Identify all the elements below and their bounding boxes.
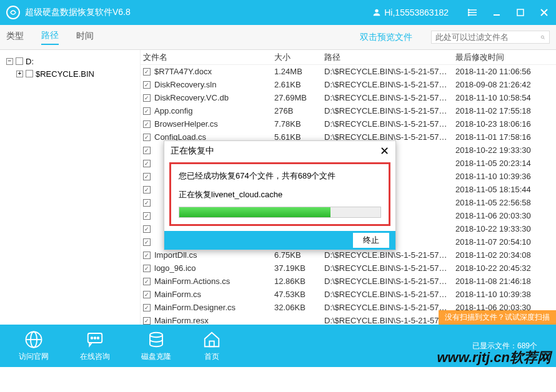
tab-time[interactable]: 时间: [76, 31, 94, 44]
svg-point-4: [468, 9, 469, 11]
footer-clone[interactable]: 磁盘克隆: [141, 330, 171, 362]
dialog-close-icon[interactable]: ✕: [380, 144, 389, 158]
minimize-icon[interactable]: [491, 7, 502, 18]
file-path: D:\$RECYCLE.BIN\S-1-5-21-5767...: [322, 303, 453, 312]
row-checkbox[interactable]: ✓: [143, 186, 151, 194]
tree-checkbox[interactable]: [26, 70, 33, 77]
file-time: 2018-11-02 17:55:18: [453, 106, 550, 115]
row-checkbox[interactable]: ✓: [143, 317, 151, 325]
table-row[interactable]: ✓MainForm.Actions.cs12.86KBD:\$RECYCLE.B…: [141, 275, 556, 288]
search-input[interactable]: [435, 32, 540, 42]
user-info[interactable]: Hi,15553863182: [372, 7, 449, 17]
row-checkbox[interactable]: ✓: [143, 199, 151, 207]
table-row[interactable]: ✓MainForm.cs47.53KBD:\$RECYCLE.BIN\S-1-5…: [141, 288, 556, 301]
file-time: 2018-11-08 21:46:18: [453, 277, 550, 286]
file-path: D:\$RECYCLE.BIN\S-1-5-21-5767...: [322, 316, 453, 325]
titlebar: 超级硬盘数据恢复软件V6.8 Hi,15553863182: [0, 0, 556, 25]
menu-icon[interactable]: [467, 7, 479, 18]
chat-icon: [86, 330, 104, 349]
row-checkbox[interactable]: ✓: [143, 291, 151, 298]
table-row[interactable]: ✓BrowserHelper.cs7.78KBD:\$RECYCLE.BIN\S…: [141, 117, 556, 130]
file-name: DiskRecovery.sln: [154, 80, 216, 89]
table-row[interactable]: ✓ImportDll.cs6.75KBD:\$RECYCLE.BIN\S-1-5…: [141, 248, 556, 262]
file-time: 2018-10-22 19:33:30: [453, 145, 550, 155]
file-path: D:\$RECYCLE.BIN\S-1-5-21-5767...: [322, 263, 453, 273]
recovery-dialog: 正在恢复中 ✕ 您已经成功恢复674个文件，共有689个文件 正在恢复liven…: [164, 140, 396, 250]
footer-home[interactable]: 首页: [202, 330, 221, 362]
tree-child-label: $RECYCLE.BIN: [36, 69, 94, 79]
tab-type[interactable]: 类型: [6, 31, 24, 44]
maximize-icon[interactable]: [515, 7, 526, 18]
close-icon[interactable]: [539, 7, 550, 18]
col-size[interactable]: 大小: [272, 52, 322, 63]
table-row[interactable]: ✓DiskRecovery.sln2.61KBD:\$RECYCLE.BIN\S…: [141, 78, 556, 91]
table-row[interactable]: ✓$R7TA47Y.docx1.24MBD:\$RECYCLE.BIN\S-1-…: [141, 65, 556, 78]
file-path: D:\$RECYCLE.BIN\S-1-5-21-5767...: [322, 106, 453, 115]
file-time: 2018-11-20 11:06:56: [453, 67, 550, 76]
dialog-footer: 终止: [164, 231, 395, 250]
row-checkbox[interactable]: ✓: [143, 134, 151, 141]
table-row[interactable]: ✓App.config276BD:\$RECYCLE.BIN\S-1-5-21-…: [141, 104, 556, 117]
file-time: 2018-10-22 20:45:32: [453, 263, 550, 273]
tree-checkbox[interactable]: [16, 57, 23, 65]
tab-path[interactable]: 路径: [41, 30, 59, 45]
row-checkbox[interactable]: ✓: [143, 173, 151, 180]
row-checkbox[interactable]: ✓: [143, 278, 151, 285]
deep-scan-notice[interactable]: 没有扫描到文件？试试深度扫描: [439, 310, 556, 325]
file-size: 1.24MB: [272, 67, 322, 76]
col-time[interactable]: 最后修改时间: [453, 52, 550, 63]
col-name[interactable]: 文件名: [141, 52, 272, 63]
file-path: D:\$RECYCLE.BIN\S-1-5-21-5767...: [322, 80, 453, 89]
tree-root[interactable]: − D:: [6, 55, 134, 67]
row-checkbox[interactable]: ✓: [143, 120, 151, 128]
tree-child[interactable]: + $RECYCLE.BIN: [6, 67, 134, 80]
progress-bar: [179, 207, 381, 218]
row-checkbox[interactable]: ✓: [143, 304, 151, 311]
collapse-icon[interactable]: −: [6, 58, 13, 65]
row-checkbox[interactable]: ✓: [143, 238, 151, 246]
file-name: App.config: [154, 106, 192, 115]
dialog-line2: 正在恢复livenet_cloud.cache: [179, 189, 381, 200]
svg-point-11: [541, 36, 544, 38]
row-checkbox[interactable]: ✓: [143, 225, 151, 233]
row-checkbox[interactable]: ✓: [143, 252, 151, 259]
svg-point-5: [468, 12, 469, 13]
app-title: 超级硬盘数据恢复软件V6.8: [25, 7, 372, 18]
file-name: MainForm.cs: [154, 290, 201, 299]
svg-rect-8: [517, 9, 524, 16]
disk-icon: [147, 330, 166, 349]
expand-icon[interactable]: +: [16, 71, 23, 77]
stop-button[interactable]: 终止: [353, 233, 389, 248]
row-checkbox[interactable]: ✓: [143, 107, 151, 115]
file-size: 2.61KB: [272, 80, 322, 89]
preview-hint[interactable]: 双击预览文件: [360, 32, 412, 43]
svg-point-6: [468, 14, 469, 16]
file-path: D:\$RECYCLE.BIN\S-1-5-21-5767...: [322, 93, 453, 102]
dialog-title: 正在恢复中: [171, 145, 380, 157]
file-path: D:\$RECYCLE.BIN\S-1-5-21-5767...: [322, 119, 453, 129]
tree-root-label: D:: [26, 57, 34, 66]
file-path: D:\$RECYCLE.BIN\S-1-5-21-5767...: [322, 67, 453, 76]
file-size: 7.78KB: [272, 119, 322, 129]
globe-icon: [24, 330, 43, 349]
table-row[interactable]: ✓DiskRecovery.VC.db27.69MBD:\$RECYCLE.BI…: [141, 91, 556, 104]
row-checkbox[interactable]: ✓: [143, 265, 151, 272]
search-box[interactable]: [431, 31, 550, 44]
file-size: 276B: [272, 106, 322, 115]
footer-chat[interactable]: 在线咨询: [80, 330, 110, 362]
table-row[interactable]: ✓logo_96.ico37.19KBD:\$RECYCLE.BIN\S-1-5…: [141, 262, 556, 275]
row-checkbox[interactable]: ✓: [143, 68, 151, 76]
row-checkbox[interactable]: ✓: [143, 212, 151, 220]
row-checkbox[interactable]: ✓: [143, 81, 151, 89]
file-name: $R7TA47Y.docx: [154, 67, 212, 76]
svg-point-19: [97, 337, 99, 339]
row-checkbox[interactable]: ✓: [143, 147, 151, 154]
row-checkbox[interactable]: ✓: [143, 94, 151, 102]
file-time: 2018-10-22 19:33:30: [453, 224, 550, 233]
window-buttons: [467, 7, 550, 18]
file-size: 12.86KB: [272, 277, 322, 286]
row-checkbox[interactable]: ✓: [143, 160, 151, 167]
footer-website[interactable]: 访问官网: [19, 330, 49, 362]
col-path[interactable]: 路径: [322, 52, 453, 63]
footer: 访问官网 在线咨询 磁盘克隆 首页 已显示文件：689个: [0, 325, 556, 367]
